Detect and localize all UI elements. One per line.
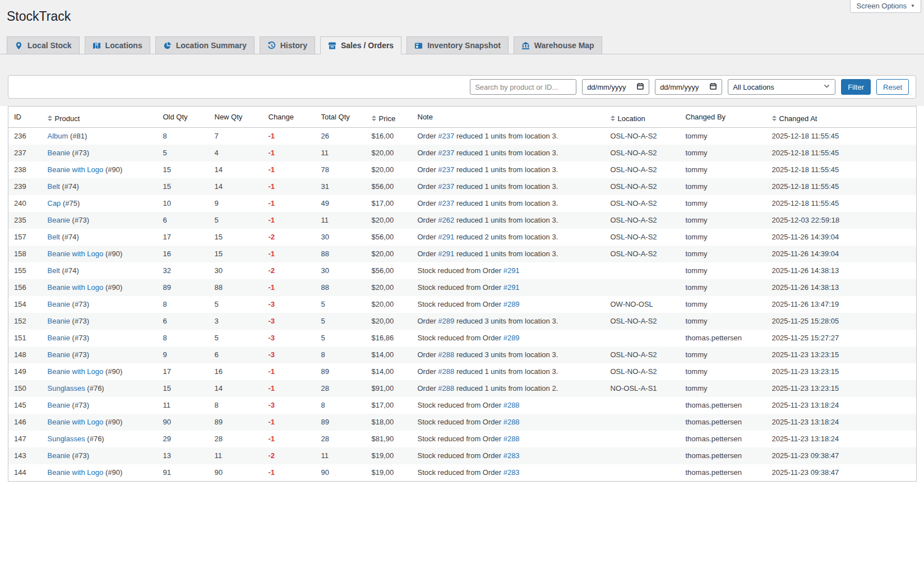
cell-note: Order #288 reduced 3 units from location… [412,347,605,363]
cell-changed-at: 2025-12-18 11:55:45 [766,178,917,195]
cell-id: 147 [8,431,42,447]
cell-price: $20,00 [366,212,412,229]
product-link[interactable]: Beanie [48,451,70,460]
product-link[interactable]: Belt [48,266,60,275]
cell-note: Stock reduced from Order #291 [412,262,605,279]
table-row: 145 Beanie (#73) 11 8 -3 8 $17,00 Stock … [8,397,917,414]
cell-product: Cap (#75) [42,195,158,212]
tab-location-summary[interactable]: Location Summary [155,36,255,54]
order-link[interactable]: #262 [438,216,454,224]
order-link[interactable]: #288 [438,350,454,359]
cell-location: OSL-NO-A-S2 [605,313,680,330]
cell-total-qty: 26 [316,127,366,145]
column-header-price[interactable]: Price [366,107,412,128]
product-link[interactable]: Cap [48,199,61,207]
product-link[interactable]: Beanie with Logo [48,418,104,426]
order-link[interactable]: #288 [503,418,520,426]
column-header-changed-at[interactable]: Changed At [766,107,917,128]
cell-product: Beanie with Logo (#90) [42,246,158,262]
order-link[interactable]: #237 [438,132,454,140]
order-link[interactable]: #237 [438,182,454,191]
column-header-old-qty: Old Qty [158,107,209,128]
cell-change: -1 [263,431,316,447]
filter-button[interactable]: Filter [841,79,871,95]
cell-price: $91,00 [366,380,412,397]
order-link[interactable]: #288 [503,435,520,443]
product-link[interactable]: Beanie with Logo [48,165,104,174]
table-row: 238 Beanie with Logo (#90) 15 14 -1 78 $… [8,161,917,178]
order-link[interactable]: #237 [438,199,454,207]
product-link[interactable]: Album [48,132,68,140]
cell-change: -3 [263,313,316,330]
tab-sales-orders[interactable]: Sales / Orders [320,36,401,54]
cell-product: Beanie with Logo (#90) [42,279,158,296]
product-link[interactable]: Beanie with Logo [48,468,104,477]
order-link[interactable]: #289 [438,317,454,325]
table-panel: ID Product Old Qty New Qty Change Total … [0,106,924,582]
location-select[interactable]: All Locations [728,79,835,95]
product-link[interactable]: Belt [48,182,60,191]
column-header-product[interactable]: Product [42,107,158,128]
cell-total-qty: 89 [316,363,366,380]
order-link[interactable]: #291 [503,283,520,292]
order-link[interactable]: #283 [503,451,520,460]
tab-local-stock[interactable]: Local Stock [7,36,80,54]
product-link[interactable]: Beanie with Logo [48,250,104,258]
order-link[interactable]: #288 [438,367,454,376]
order-link[interactable]: #289 [503,334,520,342]
product-link[interactable]: Beanie with Logo [48,283,104,292]
cell-total-qty: 28 [316,431,366,447]
cell-id: 150 [8,380,42,397]
cell-product: Beanie (#73) [42,347,158,363]
product-link[interactable]: Sunglasses [48,384,85,392]
cell-id: 237 [8,145,42,161]
product-link[interactable]: Beanie [48,149,70,157]
order-link[interactable]: #289 [503,300,520,308]
calendar-icon [709,82,717,92]
product-link[interactable]: Beanie [48,334,70,342]
tab-history[interactable]: History [260,36,315,54]
cell-id: 156 [8,279,42,296]
order-link[interactable]: #288 [503,401,520,409]
order-link[interactable]: #291 [438,233,454,241]
product-link[interactable]: Beanie [48,216,70,224]
cell-changed-at: 2025-11-23 09:38:47 [766,464,917,482]
tab-warehouse-map[interactable]: Warehouse Map [514,36,602,54]
page-title: StockTrack [0,0,924,25]
cell-changed-at: 2025-12-18 11:55:45 [766,195,917,212]
order-link[interactable]: #283 [503,468,520,477]
cell-id: 155 [8,262,42,279]
column-header-location[interactable]: Location [605,107,680,128]
product-link[interactable]: Beanie [48,350,70,359]
tab-locations[interactable]: Locations [85,36,150,54]
product-link[interactable]: Beanie [48,317,70,325]
cell-id: 240 [8,195,42,212]
product-link[interactable]: Beanie [48,401,70,409]
cell-note: Order #237 reduced 1 units from location… [412,145,605,161]
order-link[interactable]: #291 [503,266,520,275]
order-link[interactable]: #237 [438,149,454,157]
reset-button[interactable]: Reset [876,79,909,95]
tab-inventory-snapshot[interactable]: Inventory Snapshot [406,36,509,54]
screen-options-button[interactable]: Screen Options ▼ [850,0,921,13]
screen-options-label: Screen Options [856,2,907,10]
product-link[interactable]: Beanie [48,300,70,308]
product-link[interactable]: Belt [48,233,60,241]
cell-note: Stock reduced from Order #283 [412,447,605,464]
cell-note: Order #288 reduced 1 units from location… [412,363,605,380]
cell-change: -1 [263,363,316,380]
cell-changed-at: 2025-11-25 15:28:05 [766,313,917,330]
date-from-input[interactable]: dd/mm/yyyy [582,79,649,95]
date-to-input[interactable]: dd/mm/yyyy [655,79,722,95]
cell-changed-by: tommy [680,127,766,145]
order-link[interactable]: #237 [438,165,454,174]
search-input[interactable] [470,79,576,95]
table-row: 150 Sunglasses (#76) 15 14 -1 28 $91,00 … [8,380,917,397]
product-link[interactable]: Beanie with Logo [48,367,104,376]
table-row: 144 Beanie with Logo (#90) 91 90 -1 90 $… [8,464,917,482]
order-link[interactable]: #291 [438,250,454,258]
order-link[interactable]: #288 [438,384,454,392]
cell-new-qty: 14 [209,178,263,195]
cell-changed-at: 2025-12-18 11:55:45 [766,127,917,145]
product-link[interactable]: Sunglasses [48,435,85,443]
